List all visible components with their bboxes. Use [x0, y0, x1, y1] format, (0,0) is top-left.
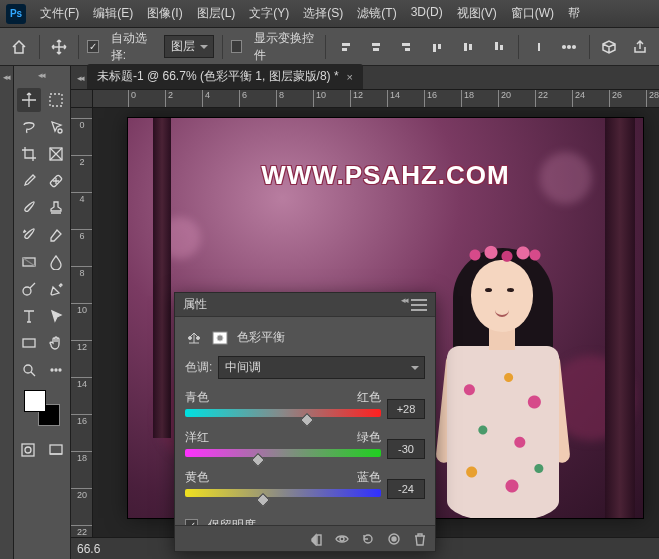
separator [222, 35, 223, 59]
frame-tool[interactable] [44, 142, 68, 166]
align-left-icon[interactable] [334, 34, 357, 60]
edit-toolbar[interactable] [44, 358, 68, 382]
auto-select-label: 自动选择: [111, 30, 156, 64]
quick-select-tool[interactable] [44, 115, 68, 139]
menu-type[interactable]: 文字(Y) [243, 1, 295, 26]
slider-thumb[interactable] [256, 493, 270, 507]
menu-view[interactable]: 视图(V) [451, 1, 503, 26]
align-center-h-icon[interactable] [365, 34, 388, 60]
toggle-visibility-icon[interactable] [385, 530, 403, 548]
move-tool[interactable] [17, 88, 41, 112]
adjustment-type-label: 色彩平衡 [237, 329, 285, 346]
ruler-tick: 14 [71, 377, 93, 389]
align-top-icon[interactable] [426, 34, 449, 60]
blur-tool[interactable] [44, 250, 68, 274]
slider-thumb[interactable] [299, 413, 313, 427]
ruler-vertical[interactable]: 0246810121416182022 [71, 108, 93, 537]
healing-tool[interactable] [44, 169, 68, 193]
menu-filter[interactable]: 滤镜(T) [351, 1, 402, 26]
collapse-icon[interactable]: ◂◂ [77, 73, 83, 83]
ruler-horizontal[interactable]: 0246810121416182022242628 [93, 90, 659, 108]
pen-tool[interactable] [44, 277, 68, 301]
panel-footer [175, 525, 435, 551]
menu-select[interactable]: 选择(S) [297, 1, 349, 26]
marquee-tool[interactable] [44, 88, 68, 112]
separator [589, 35, 590, 59]
3d-mode-icon[interactable] [597, 34, 620, 60]
document-tab-title: 未标题-1 @ 66.7% (色彩平衡 1, 图层蒙版/8) * [97, 68, 339, 85]
titlebar: Ps 文件(F) 编辑(E) 图像(I) 图层(L) 文字(Y) 选择(S) 滤… [0, 0, 659, 28]
more-options-icon[interactable] [558, 34, 581, 60]
panel-menu-icon[interactable] [411, 299, 427, 311]
clip-to-layer-icon[interactable] [307, 530, 325, 548]
auto-select-dropdown[interactable]: 图层 [164, 35, 214, 58]
slider-value-input[interactable]: +28 [387, 399, 425, 419]
menu-image[interactable]: 图像(I) [141, 1, 188, 26]
brush-tool[interactable] [17, 196, 41, 220]
slider-track[interactable] [185, 409, 381, 417]
document-tab[interactable]: 未标题-1 @ 66.7% (色彩平衡 1, 图层蒙版/8) * × [87, 64, 363, 89]
show-transform-checkbox[interactable] [231, 40, 243, 53]
ruler-tick: 0 [128, 90, 136, 108]
ruler-origin[interactable] [71, 90, 93, 108]
svg-point-11 [51, 369, 53, 371]
collapse-icon[interactable]: ◂◂ [401, 295, 407, 305]
slider-value-input[interactable]: -30 [387, 439, 425, 459]
distribute-h-icon[interactable] [527, 34, 550, 60]
quickmask-tool[interactable] [16, 438, 40, 462]
reset-icon[interactable] [359, 530, 377, 548]
color-swatches[interactable] [22, 388, 62, 428]
screenmode-tool[interactable] [44, 438, 68, 462]
gradient-tool[interactable] [17, 250, 41, 274]
share-icon[interactable] [628, 34, 651, 60]
svg-rect-21 [317, 535, 321, 545]
collapse-icon[interactable]: ◂◂ [38, 70, 44, 80]
type-tool[interactable] [17, 304, 41, 328]
menu-file[interactable]: 文件(F) [34, 1, 85, 26]
slider-value-input[interactable]: -24 [387, 479, 425, 499]
menu-help[interactable]: 帮 [562, 1, 586, 26]
foreground-color[interactable] [24, 390, 46, 412]
delete-icon[interactable] [411, 530, 429, 548]
slider-track[interactable] [185, 449, 381, 457]
svg-point-0 [563, 45, 566, 48]
align-bottom-icon[interactable] [488, 34, 511, 60]
menu-layer[interactable]: 图层(L) [191, 1, 242, 26]
move-tool-icon[interactable] [48, 34, 71, 60]
align-right-icon[interactable] [395, 34, 418, 60]
menu-edit[interactable]: 编辑(E) [87, 1, 139, 26]
svg-point-2 [573, 45, 576, 48]
menu-3d[interactable]: 3D(D) [405, 1, 449, 26]
home-icon[interactable] [8, 34, 31, 60]
path-select-tool[interactable] [44, 304, 68, 328]
align-center-v-icon[interactable] [457, 34, 480, 60]
view-previous-icon[interactable] [333, 530, 351, 548]
hand-tool[interactable] [44, 331, 68, 355]
collapse-icon[interactable]: ◂◂ [3, 72, 9, 82]
menu-window[interactable]: 窗口(W) [505, 1, 560, 26]
ruler-tick: 6 [71, 229, 93, 241]
auto-select-checkbox[interactable] [87, 40, 99, 53]
panel-header[interactable]: 属性 [175, 293, 435, 317]
eraser-tool[interactable] [44, 223, 68, 247]
dodge-tool[interactable] [17, 277, 41, 301]
separator [325, 35, 326, 59]
properties-panel[interactable]: ◂◂ 属性 色彩平衡 色调: 中间调 青色红色+28洋红绿色-30黄色蓝色-24… [174, 292, 436, 552]
ruler-tick: 8 [71, 266, 93, 278]
color-balance-icon [185, 331, 203, 345]
zoom-level[interactable]: 66.6 [77, 542, 100, 556]
slider-thumb[interactable] [250, 453, 264, 467]
zoom-tool[interactable] [17, 358, 41, 382]
image-figure [423, 238, 583, 518]
tone-dropdown[interactable]: 中间调 [218, 356, 425, 379]
history-brush-tool[interactable] [17, 223, 41, 247]
slider-track[interactable] [185, 489, 381, 497]
stamp-tool[interactable] [44, 196, 68, 220]
rectangle-tool[interactable] [17, 331, 41, 355]
crop-tool[interactable] [17, 142, 41, 166]
ruler-tick: 22 [71, 525, 93, 537]
eyedropper-tool[interactable] [17, 169, 41, 193]
svg-point-8 [23, 287, 31, 295]
close-icon[interactable]: × [347, 71, 353, 83]
lasso-tool[interactable] [17, 115, 41, 139]
